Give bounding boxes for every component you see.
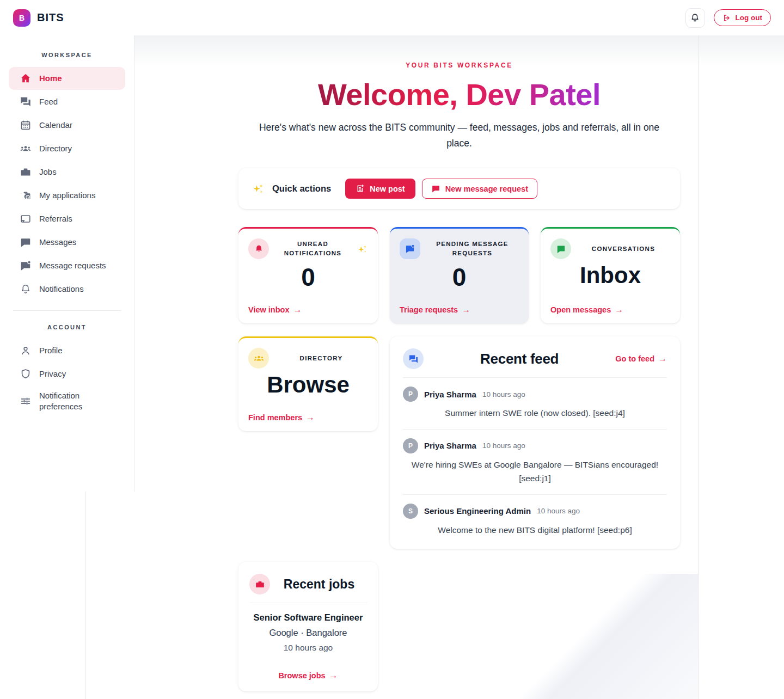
- sidebar-item-home[interactable]: Home: [9, 67, 125, 90]
- brand-logo-letter: B: [19, 14, 24, 22]
- stat-label: CONVERSATIONS: [577, 244, 670, 254]
- sidebar-section-account-label: ACCOUNT: [0, 324, 134, 330]
- workspace-eyebrow: YOUR BITS WORKSPACE: [238, 62, 680, 69]
- main-content: YOUR BITS WORKSPACE Welcome, Dev Patel H…: [134, 35, 784, 699]
- triage-requests-link[interactable]: Triage requests →: [400, 305, 470, 315]
- sidebar-item-profile[interactable]: Profile: [9, 339, 125, 362]
- page-body: WORKSPACE Home Feed Calendar: [0, 35, 784, 699]
- divider: [403, 377, 667, 378]
- notifications-bell-button[interactable]: [685, 8, 705, 28]
- person-icon: [20, 345, 32, 357]
- recent-jobs-card: Recent jobs Senior Software Engineer Goo…: [238, 562, 378, 691]
- logout-label: Log out: [736, 14, 762, 22]
- sidebar-item-referrals[interactable]: Referrals: [9, 207, 125, 230]
- job-company-location: Google · Bangalore: [249, 628, 367, 638]
- post-timestamp: 10 hours ago: [482, 390, 525, 398]
- post-author: Serious Engineering Admin: [424, 506, 531, 516]
- tune-icon: [20, 395, 32, 407]
- arrow-right-icon: →: [462, 305, 470, 315]
- quick-actions-label: Quick actions: [272, 183, 331, 194]
- divider: [249, 603, 367, 603]
- recent-feed-card: Recent feed Go to feed → P Priya Sharma …: [390, 336, 680, 549]
- arrow-right-icon: →: [329, 671, 338, 680]
- post-author: Priya Sharma: [424, 390, 476, 399]
- sidebar-section-workspace-label: WORKSPACE: [0, 52, 134, 58]
- post-content: Summer intern SWE role (now closed). [se…: [403, 407, 667, 420]
- post-timestamp: 10 hours ago: [482, 442, 525, 450]
- pending-requests-count: 0: [400, 262, 519, 292]
- forum-icon: [20, 96, 32, 108]
- conversations-value: Inbox: [550, 262, 670, 289]
- sidebar-item-notifications[interactable]: Notifications: [9, 278, 125, 301]
- arrow-right-icon: →: [658, 354, 667, 364]
- groups-icon: [248, 348, 269, 369]
- directory-card: DIRECTORY Browse Find members →: [238, 336, 378, 431]
- groups-icon: [20, 143, 32, 155]
- stat-label: DIRECTORY: [274, 354, 368, 363]
- go-to-feed-link[interactable]: Go to feed →: [615, 354, 667, 364]
- post-add-icon: [356, 184, 365, 193]
- bell-filled-icon: [248, 238, 269, 259]
- bell-outline-icon: [20, 283, 32, 295]
- avatar: P: [403, 438, 418, 453]
- topbar-actions: Log out: [685, 8, 771, 28]
- unread-notifications-card: UNREAD NOTIFICATIONS 0 View inbox →: [238, 227, 378, 323]
- arrow-right-icon: →: [615, 305, 623, 315]
- brand-logo[interactable]: B BITS: [13, 9, 64, 27]
- forum-icon: [403, 348, 424, 369]
- calendar-icon: [20, 119, 32, 131]
- referral-card-icon: [20, 213, 32, 225]
- sidebar-item-directory[interactable]: Directory: [9, 137, 125, 160]
- feed-post: P Priya Sharma 10 hours ago We're hiring…: [403, 429, 667, 494]
- feed-post: S Serious Engineering Admin 10 hours ago…: [403, 494, 667, 539]
- post-timestamp: 10 hours ago: [537, 507, 580, 515]
- brand-name: BITS: [37, 11, 64, 24]
- arrow-right-icon: →: [293, 305, 302, 315]
- new-message-request-button[interactable]: New message request: [422, 179, 537, 199]
- sidebar-item-my-applications[interactable]: My applications: [9, 184, 125, 207]
- sidebar-item-notification-preferences[interactable]: Notification preferences: [9, 386, 125, 416]
- recent-feed-title: Recent feed: [430, 351, 609, 367]
- sidebar-item-feed[interactable]: Feed: [9, 90, 125, 113]
- stat-label: UNREAD NOTIFICATIONS: [274, 240, 351, 259]
- cards-grid: UNREAD NOTIFICATIONS 0 View inbox →: [238, 227, 680, 699]
- pending-message-requests-card: PENDING MESSAGE REQUESTS 0 Triage reques…: [390, 227, 529, 323]
- chat-filled-icon: [550, 238, 571, 259]
- sidebar-item-calendar[interactable]: Calendar: [9, 114, 125, 137]
- bell-icon: [690, 13, 700, 23]
- view-inbox-link[interactable]: View inbox →: [248, 305, 302, 315]
- sparkles-icon: [252, 182, 265, 195]
- sidebar-item-message-requests[interactable]: Message requests: [9, 254, 125, 277]
- brand-logo-icon: B: [13, 9, 30, 27]
- recent-jobs-title: Recent jobs: [277, 577, 362, 592]
- sidebar-divider: [13, 310, 121, 311]
- sidebar-item-privacy[interactable]: Privacy: [9, 363, 125, 385]
- sidebar-item-jobs[interactable]: Jobs: [9, 161, 125, 183]
- briefcase-clock-icon: [20, 189, 32, 201]
- page-subtitle: Here's what's new across the BITS commun…: [253, 120, 666, 151]
- job-timestamp: 10 hours ago: [249, 643, 367, 653]
- avatar: P: [403, 387, 418, 402]
- sparkles-icon: [357, 243, 368, 255]
- home-icon: [20, 72, 32, 84]
- briefcase-icon: [249, 574, 270, 594]
- find-members-link[interactable]: Find members →: [248, 413, 315, 422]
- quick-actions-bar: Quick actions New post New message reque…: [238, 168, 680, 209]
- chat-dot-icon: [400, 238, 420, 259]
- post-author: Priya Sharma: [424, 441, 476, 450]
- post-content: We're hiring SWEs at Google Bangalore — …: [403, 458, 667, 486]
- briefcase-icon: [20, 166, 32, 178]
- open-messages-link[interactable]: Open messages →: [550, 305, 623, 315]
- content-left-border: [85, 492, 86, 699]
- logout-icon: [722, 14, 731, 22]
- page-title: Welcome, Dev Patel: [238, 78, 680, 112]
- top-bar: B BITS Log out: [0, 0, 784, 35]
- logout-button[interactable]: Log out: [714, 9, 771, 26]
- sidebar-item-messages[interactable]: Messages: [9, 231, 125, 254]
- post-content: Welcome to the new BITS digital platform…: [403, 524, 667, 537]
- feed-post: P Priya Sharma 10 hours ago Summer inter…: [403, 387, 667, 429]
- sidebar: WORKSPACE Home Feed Calendar: [0, 35, 134, 492]
- browse-jobs-link[interactable]: Browse jobs →: [278, 671, 338, 680]
- new-post-button[interactable]: New post: [345, 179, 415, 199]
- chat-bubble-dot-icon: [20, 260, 32, 272]
